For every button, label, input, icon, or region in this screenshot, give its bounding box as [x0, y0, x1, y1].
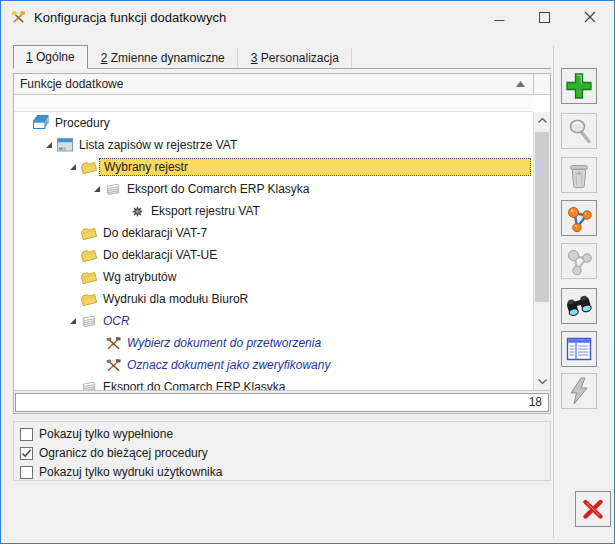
tree-item-label: Procedury	[51, 115, 114, 131]
checkbox-label: Pokazuj tylko wydruki użytkownika	[39, 465, 222, 479]
sort-asc-icon	[516, 81, 525, 87]
functions-tree: ProceduryLista zapisów w rejestrze VATWy…	[14, 112, 533, 390]
folder-icon	[79, 159, 99, 175]
tree-item[interactable]: Wg atrybutów	[14, 266, 533, 288]
checkbox-row-limit-to-current-procedure: Ogranicz do bieżącej procedury	[20, 444, 544, 462]
chevron-down-icon	[538, 379, 547, 384]
scroll-up-button[interactable]	[534, 112, 550, 129]
paper-stack-icon	[79, 379, 99, 390]
folder-icon	[79, 269, 99, 285]
tree-item-label: Do deklaracji VAT-7	[99, 225, 211, 241]
windows-stack-icon	[31, 115, 51, 131]
tab-label-accel: 2	[101, 51, 108, 65]
folder-icon	[79, 247, 99, 263]
app-tools-icon	[10, 9, 26, 25]
column-header-label: Funkcje dodatkowe	[20, 77, 123, 91]
checkbox-label: Pokazuj tylko wypełnione	[39, 427, 173, 441]
dialog-window: Konfiguracja funkcji dodatkowych 1 Ogóln…	[0, 0, 615, 544]
checkmark-icon	[21, 448, 32, 459]
hammers-icon	[103, 336, 123, 351]
binoculars-icon	[564, 291, 594, 321]
search-button[interactable]	[561, 288, 597, 324]
export-functions-button[interactable]	[561, 200, 597, 236]
checkbox-label: Ogranicz do bieżącej procedury	[39, 446, 208, 460]
maximize-button[interactable]	[522, 1, 567, 33]
indicator-column-header	[534, 74, 550, 94]
options-group: Pokazuj tylko wypełnioneOgranicz do bież…	[13, 421, 551, 481]
paper-stack-icon	[79, 313, 99, 329]
add-button[interactable]	[561, 68, 597, 104]
report-button[interactable]	[561, 331, 597, 367]
tree-item-label: Wydruki dla modułu BiuroR	[99, 291, 252, 307]
grid-column-header-row: Funkcje dodatkowe	[14, 74, 550, 95]
tree-scrollbar[interactable]	[533, 112, 550, 390]
scroll-down-button[interactable]	[534, 373, 550, 390]
expander-icon[interactable]	[90, 186, 103, 192]
checkbox-show-only-filled[interactable]	[20, 428, 33, 441]
magnifier-icon	[564, 116, 594, 146]
filter-row[interactable]	[14, 95, 533, 112]
scroll-thumb[interactable]	[535, 132, 549, 302]
tree-item[interactable]: Eksport do Comarch ERP Klasyka	[14, 376, 533, 390]
tree-item-label: OCR	[99, 313, 134, 329]
hammers-icon	[103, 358, 123, 373]
execute-button	[561, 373, 597, 409]
tab-label: Personalizacja	[257, 51, 338, 65]
folder-icon	[79, 225, 99, 241]
paper-stack-icon	[103, 181, 123, 197]
tree-item-label: Do deklaracji VAT-UE	[99, 247, 221, 263]
tab-2[interactable]: 2 Zmienne dynamiczne	[88, 48, 238, 68]
molecule-gray-icon	[564, 246, 594, 276]
tree-item[interactable]: Do deklaracji VAT-UE	[14, 244, 533, 266]
tree-item-label: Eksport do Comarch ERP Klasyka	[123, 181, 314, 197]
tree-item-label: Wybierz dokument do przetworzenia	[123, 335, 325, 351]
minimize-icon	[494, 12, 505, 23]
window-title: Konfiguracja funkcji dodatkowych	[34, 10, 226, 25]
checkbox-limit-to-current-procedure[interactable]	[20, 447, 33, 460]
tab-label-accel: 3	[251, 51, 258, 65]
tree-item[interactable]: Wybierz dokument do przetworzenia	[14, 332, 533, 354]
tree-item[interactable]: Wydruki dla modułu BiuroR	[14, 288, 533, 310]
tree-item[interactable]: Lista zapisów w rejestrze VAT	[14, 134, 533, 156]
molecule-orange-icon	[564, 203, 594, 233]
tab-1[interactable]: 1 Ogólne	[13, 45, 88, 69]
expander-icon[interactable]	[66, 164, 79, 170]
expander-icon[interactable]	[66, 318, 79, 324]
tree-item-label: Lista zapisów w rejestrze VAT	[75, 137, 241, 153]
row-count-value: 18	[529, 395, 542, 409]
tab-label-accel: 1	[26, 50, 33, 64]
close-icon	[584, 11, 596, 23]
chevron-up-icon	[538, 118, 547, 123]
row-count-field: 18	[15, 393, 549, 412]
tree-item[interactable]: OCR	[14, 310, 533, 332]
minimize-button[interactable]	[477, 1, 522, 33]
cancel-button[interactable]	[575, 491, 611, 527]
expander-icon[interactable]	[42, 142, 55, 148]
tree-item[interactable]: Do deklaracji VAT-7	[14, 222, 533, 244]
window-icon	[55, 137, 75, 153]
tab-3[interactable]: 3 Personalizacja	[238, 48, 352, 68]
checkbox-show-only-user-printouts[interactable]	[20, 466, 33, 479]
grid-footer: 18	[14, 390, 550, 413]
tree-item[interactable]: Wybrany rejestr	[14, 156, 533, 178]
lightning-icon	[564, 376, 594, 406]
tree-item[interactable]: Eksport do Comarch ERP Klasyka	[14, 178, 533, 200]
tab-label: Ogólne	[33, 50, 75, 64]
tree-item[interactable]: Procedury	[14, 112, 533, 134]
plus-icon	[564, 71, 594, 101]
tree-item-label: Oznacz dokument jako zweryfikowany	[123, 357, 334, 373]
functions-grid: Funkcje dodatkowe ProceduryLista zapisów…	[13, 73, 551, 414]
close-button[interactable]	[567, 1, 612, 33]
column-header-funkcje-dodatkowe[interactable]: Funkcje dodatkowe	[14, 74, 534, 94]
toolbar-strip	[553, 46, 615, 538]
tree-item-label: Wg atrybutów	[99, 269, 180, 285]
gear-icon	[127, 205, 147, 218]
red-x-icon	[579, 495, 607, 523]
tree-item-label: Wybrany rejestr	[99, 158, 531, 176]
checkbox-row-show-only-user-printouts: Pokazuj tylko wydruki użytkownika	[20, 463, 544, 481]
title-bar: Konfiguracja funkcji dodatkowych	[1, 1, 614, 33]
tree-item[interactable]: Eksport rejestru VAT	[14, 200, 533, 222]
folder-icon	[79, 291, 99, 307]
tree-item[interactable]: Oznacz dokument jako zweryfikowany	[14, 354, 533, 376]
tab-bar: 1 Ogólne2 Zmienne dynamiczne3 Personaliz…	[13, 45, 551, 69]
